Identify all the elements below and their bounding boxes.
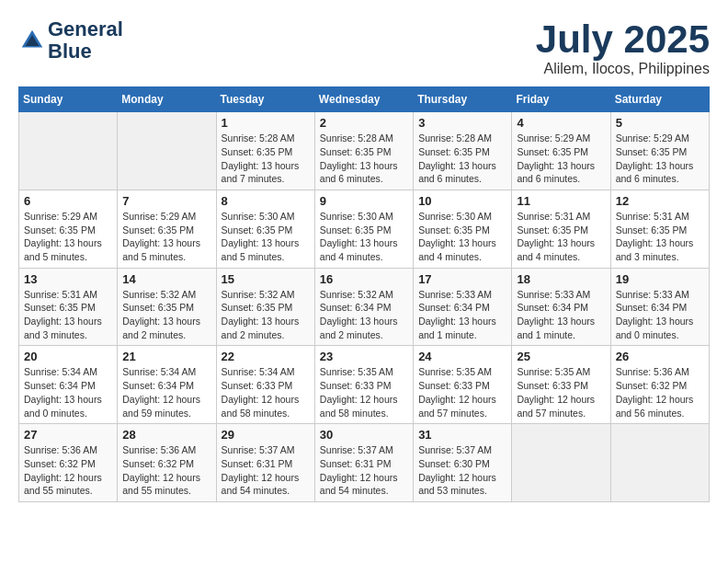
calendar-week-2: 6Sunrise: 5:29 AM Sunset: 6:35 PM Daylig… bbox=[19, 190, 710, 268]
day-number: 19 bbox=[616, 272, 704, 286]
day-info: Sunrise: 5:34 AM Sunset: 6:34 PM Dayligh… bbox=[24, 365, 112, 419]
day-number: 2 bbox=[320, 116, 408, 130]
day-number: 14 bbox=[122, 272, 210, 286]
location: Alilem, Ilocos, Philippines bbox=[536, 61, 710, 77]
day-info: Sunrise: 5:37 AM Sunset: 6:31 PM Dayligh… bbox=[320, 443, 408, 498]
day-number: 11 bbox=[517, 194, 605, 208]
logo: General Blue bbox=[18, 18, 123, 63]
day-number: 9 bbox=[320, 194, 408, 208]
day-info: Sunrise: 5:36 AM Sunset: 6:32 PM Dayligh… bbox=[122, 443, 210, 498]
day-number: 4 bbox=[517, 116, 605, 130]
day-info: Sunrise: 5:29 AM Sunset: 6:35 PM Dayligh… bbox=[122, 210, 210, 264]
day-info: Sunrise: 5:37 AM Sunset: 6:30 PM Dayligh… bbox=[418, 443, 506, 498]
calendar-cell: 8Sunrise: 5:30 AM Sunset: 6:35 PM Daylig… bbox=[216, 190, 314, 268]
day-info: Sunrise: 5:31 AM Sunset: 6:35 PM Dayligh… bbox=[24, 288, 112, 342]
calendar: SundayMondayTuesdayWednesdayThursdayFrid… bbox=[18, 86, 710, 502]
day-info: Sunrise: 5:34 AM Sunset: 6:33 PM Dayligh… bbox=[222, 365, 310, 419]
calendar-cell: 16Sunrise: 5:32 AM Sunset: 6:34 PM Dayli… bbox=[314, 268, 413, 346]
day-info: Sunrise: 5:30 AM Sunset: 6:35 PM Dayligh… bbox=[320, 210, 408, 264]
calendar-cell: 4Sunrise: 5:29 AM Sunset: 6:35 PM Daylig… bbox=[512, 112, 610, 190]
calendar-cell bbox=[19, 112, 118, 190]
day-number: 22 bbox=[222, 350, 310, 363]
day-info: Sunrise: 5:31 AM Sunset: 6:35 PM Dayligh… bbox=[517, 210, 605, 264]
day-info: Sunrise: 5:32 AM Sunset: 6:35 PM Dayligh… bbox=[222, 288, 310, 342]
day-number: 5 bbox=[616, 116, 704, 130]
calendar-cell bbox=[512, 424, 610, 502]
calendar-cell: 25Sunrise: 5:35 AM Sunset: 6:33 PM Dayli… bbox=[512, 346, 610, 424]
day-number: 20 bbox=[24, 350, 112, 363]
calendar-cell bbox=[610, 424, 709, 502]
weekday-header-thursday: Thursday bbox=[414, 87, 512, 112]
day-number: 30 bbox=[320, 428, 408, 442]
day-number: 24 bbox=[418, 350, 506, 363]
day-info: Sunrise: 5:35 AM Sunset: 6:33 PM Dayligh… bbox=[418, 365, 506, 419]
day-number: 13 bbox=[24, 272, 112, 286]
calendar-header-row: SundayMondayTuesdayWednesdayThursdayFrid… bbox=[19, 87, 710, 112]
day-info: Sunrise: 5:36 AM Sunset: 6:32 PM Dayligh… bbox=[616, 365, 704, 419]
calendar-cell: 18Sunrise: 5:33 AM Sunset: 6:34 PM Dayli… bbox=[512, 268, 610, 346]
calendar-cell: 14Sunrise: 5:32 AM Sunset: 6:35 PM Dayli… bbox=[118, 268, 216, 346]
day-number: 10 bbox=[418, 194, 506, 208]
calendar-week-1: 1Sunrise: 5:28 AM Sunset: 6:35 PM Daylig… bbox=[19, 112, 710, 190]
calendar-cell: 15Sunrise: 5:32 AM Sunset: 6:35 PM Dayli… bbox=[216, 268, 314, 346]
logo-text: General Blue bbox=[48, 18, 123, 63]
calendar-cell bbox=[118, 112, 216, 190]
day-number: 1 bbox=[222, 116, 310, 130]
day-number: 18 bbox=[517, 272, 605, 286]
day-number: 26 bbox=[616, 350, 704, 363]
day-info: Sunrise: 5:33 AM Sunset: 6:34 PM Dayligh… bbox=[517, 288, 605, 342]
calendar-cell: 1Sunrise: 5:28 AM Sunset: 6:35 PM Daylig… bbox=[216, 112, 314, 190]
day-number: 23 bbox=[320, 350, 408, 363]
weekday-header-monday: Monday bbox=[118, 87, 216, 112]
day-info: Sunrise: 5:33 AM Sunset: 6:34 PM Dayligh… bbox=[616, 288, 704, 342]
day-number: 16 bbox=[320, 272, 408, 286]
weekday-header-friday: Friday bbox=[512, 87, 610, 112]
day-number: 15 bbox=[222, 272, 310, 286]
logo-icon bbox=[18, 27, 46, 54]
day-info: Sunrise: 5:32 AM Sunset: 6:35 PM Dayligh… bbox=[122, 288, 210, 342]
month-year: July 2025 bbox=[536, 18, 710, 61]
calendar-cell: 28Sunrise: 5:36 AM Sunset: 6:32 PM Dayli… bbox=[118, 424, 216, 502]
day-info: Sunrise: 5:30 AM Sunset: 6:35 PM Dayligh… bbox=[418, 210, 506, 264]
day-info: Sunrise: 5:29 AM Sunset: 6:35 PM Dayligh… bbox=[517, 132, 605, 186]
calendar-cell: 9Sunrise: 5:30 AM Sunset: 6:35 PM Daylig… bbox=[314, 190, 413, 268]
calendar-cell: 22Sunrise: 5:34 AM Sunset: 6:33 PM Dayli… bbox=[216, 346, 314, 424]
calendar-week-5: 27Sunrise: 5:36 AM Sunset: 6:32 PM Dayli… bbox=[19, 424, 710, 502]
calendar-week-4: 20Sunrise: 5:34 AM Sunset: 6:34 PM Dayli… bbox=[19, 346, 710, 424]
day-number: 8 bbox=[222, 194, 310, 208]
weekday-header-sunday: Sunday bbox=[19, 87, 118, 112]
calendar-cell: 29Sunrise: 5:37 AM Sunset: 6:31 PM Dayli… bbox=[216, 424, 314, 502]
day-info: Sunrise: 5:35 AM Sunset: 6:33 PM Dayligh… bbox=[320, 365, 408, 419]
calendar-week-3: 13Sunrise: 5:31 AM Sunset: 6:35 PM Dayli… bbox=[19, 268, 710, 346]
day-number: 17 bbox=[418, 272, 506, 286]
day-number: 25 bbox=[517, 350, 605, 363]
calendar-cell: 24Sunrise: 5:35 AM Sunset: 6:33 PM Dayli… bbox=[414, 346, 512, 424]
weekday-header-wednesday: Wednesday bbox=[314, 87, 413, 112]
calendar-cell: 19Sunrise: 5:33 AM Sunset: 6:34 PM Dayli… bbox=[610, 268, 709, 346]
day-info: Sunrise: 5:36 AM Sunset: 6:32 PM Dayligh… bbox=[24, 443, 112, 498]
calendar-cell: 10Sunrise: 5:30 AM Sunset: 6:35 PM Dayli… bbox=[414, 190, 512, 268]
weekday-header-saturday: Saturday bbox=[610, 87, 709, 112]
weekday-header-tuesday: Tuesday bbox=[216, 87, 314, 112]
calendar-cell: 3Sunrise: 5:28 AM Sunset: 6:35 PM Daylig… bbox=[414, 112, 512, 190]
calendar-cell: 5Sunrise: 5:29 AM Sunset: 6:35 PM Daylig… bbox=[610, 112, 709, 190]
day-number: 27 bbox=[24, 428, 112, 442]
calendar-cell: 30Sunrise: 5:37 AM Sunset: 6:31 PM Dayli… bbox=[314, 424, 413, 502]
day-info: Sunrise: 5:28 AM Sunset: 6:35 PM Dayligh… bbox=[320, 132, 408, 186]
day-number: 12 bbox=[616, 194, 704, 208]
day-number: 6 bbox=[24, 194, 112, 208]
calendar-cell: 17Sunrise: 5:33 AM Sunset: 6:34 PM Dayli… bbox=[414, 268, 512, 346]
day-info: Sunrise: 5:28 AM Sunset: 6:35 PM Dayligh… bbox=[222, 132, 310, 186]
day-info: Sunrise: 5:34 AM Sunset: 6:34 PM Dayligh… bbox=[122, 365, 210, 419]
calendar-cell: 7Sunrise: 5:29 AM Sunset: 6:35 PM Daylig… bbox=[118, 190, 216, 268]
calendar-cell: 21Sunrise: 5:34 AM Sunset: 6:34 PM Dayli… bbox=[118, 346, 216, 424]
day-number: 7 bbox=[122, 194, 210, 208]
calendar-cell: 6Sunrise: 5:29 AM Sunset: 6:35 PM Daylig… bbox=[19, 190, 118, 268]
day-info: Sunrise: 5:28 AM Sunset: 6:35 PM Dayligh… bbox=[418, 132, 506, 186]
calendar-cell: 27Sunrise: 5:36 AM Sunset: 6:32 PM Dayli… bbox=[19, 424, 118, 502]
day-info: Sunrise: 5:29 AM Sunset: 6:35 PM Dayligh… bbox=[24, 210, 112, 264]
day-info: Sunrise: 5:35 AM Sunset: 6:33 PM Dayligh… bbox=[517, 365, 605, 419]
calendar-cell: 26Sunrise: 5:36 AM Sunset: 6:32 PM Dayli… bbox=[610, 346, 709, 424]
day-number: 29 bbox=[222, 428, 310, 442]
calendar-cell: 20Sunrise: 5:34 AM Sunset: 6:34 PM Dayli… bbox=[19, 346, 118, 424]
